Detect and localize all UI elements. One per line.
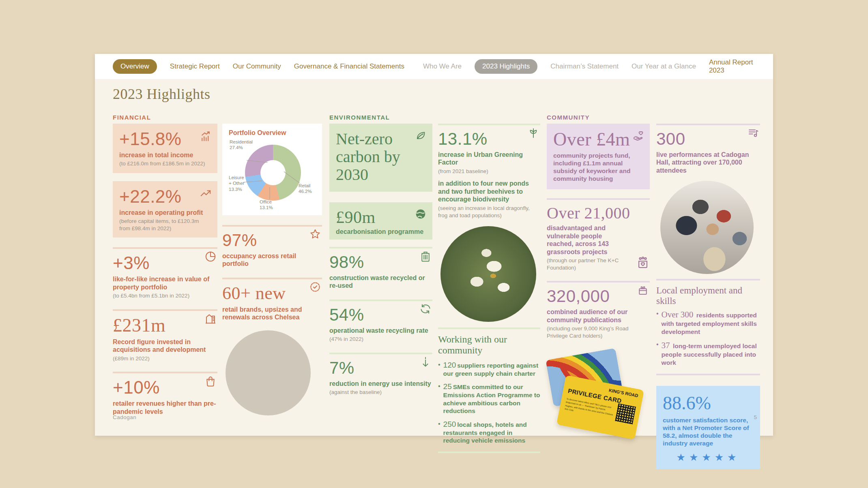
stat-value: 88.6% [663,392,754,414]
people-heart-icon [636,256,650,270]
nav-item-governance[interactable]: Governance & Financial Statements [294,62,404,71]
nav-item-year-at-a-glance[interactable]: Our Year at a Glance [632,62,696,71]
shopping-bag-icon [204,375,217,387]
section-label-community: COMMUNITY [547,114,590,121]
list-item: • 250local shops, hotels and restaurants… [438,420,540,445]
decarbonisation-card: £90m decarbonisation programme [329,202,432,240]
page-number: 5 [754,414,757,420]
stat-value: 98% [329,254,432,271]
annual-report-page: Overview Strategic Report Our Community … [95,54,773,436]
stat-investment: £231m Record figure invested in acquisit… [113,309,217,362]
stat-value: £231m [113,316,217,335]
stat-value: +22.2% [119,188,211,206]
stat-value: 13.1% [438,131,540,148]
environmental-column: Net-zero carbon by 2030 £90m decarbonisa… [329,124,432,396]
stat-label: increase in operating profit [119,209,211,217]
stat-operational-waste: 54% operational waste recycling rate (47… [329,300,432,343]
stat-label: increase in total income [119,151,211,159]
trash-icon [419,250,432,262]
stat-label-secondary: in addition to four new ponds and two fu… [438,180,540,203]
report-title-tag: Annual Report 2023 [709,58,755,75]
stat-note: (from 2021 baseline) [438,168,540,175]
stat-value: 60+ new [222,285,322,303]
stat-value: Over £4m [553,130,643,149]
stat-value: Net-zero carbon by 2030 [336,130,409,184]
stat-note: (to £216.0m from £186.5m in 2022) [119,160,211,167]
stat-label: community projects fund, including £1.1m… [553,152,643,183]
stat-label: customer satisfaction score, with a Net … [663,417,754,447]
playlist-music-icon [747,127,759,139]
stat-label: decarbonisation programme [336,228,426,236]
stat-label: retail brands, upsizes and renewals acro… [222,306,322,321]
chart-label-office: Office13.1% [260,199,273,211]
portfolio-column: Portfolio Overview Residential27.4% Leis… [222,124,322,415]
stat-label: retailer revenues higher than pre-pandem… [113,400,217,415]
nav-item-2023-highlights[interactable]: 2023 Highlights [475,59,537,74]
privilege-card-image: KING’S ROAD PRIVILEGE CARD To discover l… [556,375,644,440]
stat-value: £90m [336,209,426,226]
stat-note: (before capital items, to £120.3m from £… [119,218,211,232]
stat-value: 54% [329,306,432,324]
photo-shoppers-chelsea [226,330,311,415]
nav-item-who-we-are[interactable]: Who We Are [423,62,462,71]
community-fund-card: Over £4m community projects fund, includ… [547,124,650,189]
nav-item-our-community[interactable]: Our Community [233,62,281,71]
badge-check-icon [309,281,321,293]
nav-item-strategic-report[interactable]: Strategic Report [170,62,220,71]
chart-label-leisure: Leisure + Other13.3% [229,175,245,192]
bullet-dot: • [438,382,440,415]
stat-total-income: +15.8% increase in total income (to £216… [113,124,217,173]
photo-privilege-cards: KING’S ROAD PRIVILEGE CARD To discover l… [547,348,649,445]
stat-energy-intensity: 7% reduction in energy use intensity (ag… [329,353,432,396]
nav-item-overview[interactable]: Overview [113,59,157,74]
stat-operating-profit: +22.2% increase in operating profit (bef… [113,181,217,238]
pie-chart-icon [204,250,217,263]
bullet-dot: • [656,340,659,366]
bar-chart-growth-icon [200,130,212,142]
stat-note: (47% in 2022) [329,336,432,343]
list-item: • Over 300 residents supported with targ… [656,310,760,336]
top-navigation: Overview Strategic Report Our Community … [95,54,773,79]
list-item: • 37 long-term unemployed local people s… [656,340,760,366]
stat-retailer-revenues: +10% retailer revenues higher than pre-p… [113,372,217,415]
chart-title: Portfolio Overview [229,129,316,137]
stat-label: live performances at Cadogan Hall, attra… [656,151,760,175]
leaf-icon [415,129,427,141]
stat-value: 320,000 [547,288,650,305]
list-item: • 120suppliers reporting against our gre… [438,361,540,377]
arrow-down-dashed-icon [419,356,432,368]
stat-note: (through our partner The K+C Foundation) [547,257,632,271]
stat-label: combined audience of our community publi… [547,308,650,324]
stat-label: operational waste recycling rate [329,327,432,335]
bullet-dot: • [438,361,440,377]
five-star-rating: ★★★★★ [663,452,754,463]
hand-heart-icon [632,129,645,142]
stat-label: reduction in energy use intensity [329,380,432,388]
stat-label: Record figure invested in acquisitions a… [113,338,217,354]
stat-label: occupancy across retail portfolio [222,252,322,268]
buildings-icon [204,312,217,325]
stat-label: like-for-like increase in value of prope… [113,275,217,291]
community-column: Over £4m community projects fund, includ… [547,124,650,445]
netzero-card: Net-zero carbon by 2030 [329,124,432,192]
photo-street-crowd [660,181,754,274]
stat-urban-greening: 13.1% increase in Urban Greening Factor … [438,124,540,219]
stat-value: +10% [113,379,217,397]
nav-item-chairmans-statement[interactable]: Chairman’s Statement [550,62,619,71]
star-icon [309,228,321,240]
stat-note-secondary: (seeing an increase in local dragonfly, … [438,205,540,219]
trend-up-icon [200,188,212,200]
stat-label: disadvantaged and vulnerable people reac… [547,224,628,256]
customer-satisfaction-card: 88.6% customer satisfaction score, with … [656,386,760,469]
globe-icon [415,208,427,220]
sprout-icon [527,127,539,139]
greening-column: 13.1% increase in Urban Greening Factor … [438,124,540,453]
recycle-icon [419,303,432,315]
section-label-environmental: ENVIRONMENTAL [329,114,390,121]
bullet-dot: • [438,420,440,445]
community-right-column: 300 live performances at Cadogan Hall, a… [656,124,760,469]
working-with-community-block: Working with our community • 120supplier… [438,327,540,453]
stat-note: (to £5.4bn from £5.1bn in 2022) [113,292,217,300]
portfolio-overview-card: Portfolio Overview Residential27.4% Leis… [222,124,322,215]
stat-note: (including over 9,000 King’s Road Privil… [547,325,650,339]
